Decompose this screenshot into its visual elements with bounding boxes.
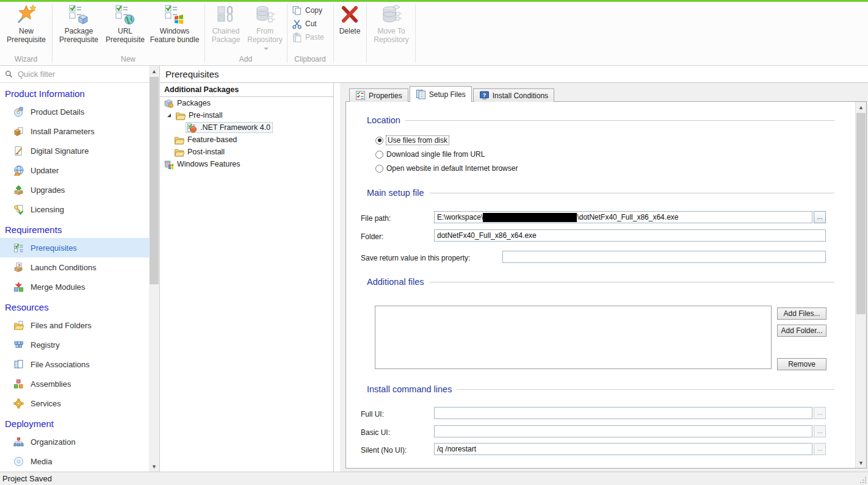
url-prerequisite-icon bbox=[115, 4, 136, 25]
status-bar: Project Saved bbox=[0, 472, 868, 485]
delete-button[interactable]: Delete bbox=[336, 4, 364, 35]
sidebar-item-prerequisites[interactable]: Prerequisites bbox=[0, 238, 149, 257]
sidebar-item-services[interactable]: Services bbox=[0, 393, 149, 413]
from-repository-button[interactable]: From Repository bbox=[245, 4, 285, 52]
scrollbar-thumb[interactable] bbox=[856, 113, 866, 314]
sidebar-item-launch-conditions[interactable]: ? Launch Conditions bbox=[0, 257, 149, 277]
windows-feature-bundle-button[interactable]: Windows Feature bundle bbox=[147, 4, 202, 44]
chained-package-icon bbox=[215, 4, 236, 25]
remove-button[interactable]: Remove bbox=[777, 358, 826, 370]
folder-input[interactable] bbox=[434, 229, 826, 242]
sidebar-item-product-details[interactable]: Product Details bbox=[0, 102, 149, 121]
install-conditions-tab-icon: ? bbox=[479, 90, 490, 101]
packages-icon bbox=[164, 98, 174, 109]
full-ui-input[interactable] bbox=[434, 407, 812, 419]
move-to-repository-button[interactable]: Move To Repository bbox=[369, 4, 414, 44]
tree-expanded-icon[interactable] bbox=[166, 112, 172, 118]
silent-browse-button[interactable]: ... bbox=[814, 443, 826, 455]
tree-item-post-install[interactable]: Post-install bbox=[160, 146, 333, 158]
sidebar-item-install-parameters[interactable]: Install Parameters bbox=[0, 121, 149, 141]
file-path-label: File path: bbox=[361, 214, 391, 223]
sidebar-item-updater[interactable]: Updater bbox=[0, 160, 149, 180]
add-folder-button[interactable]: Add Folder... bbox=[777, 325, 826, 337]
url-prerequisite-button[interactable]: URL Prerequisite bbox=[104, 4, 146, 44]
additional-files-group-title: Additional files bbox=[367, 277, 834, 287]
radio-use-files-from-disk[interactable]: Use files from disk bbox=[375, 136, 449, 145]
new-prerequisite-button[interactable]: New Prerequisite bbox=[2, 4, 50, 44]
tree-item-label: .NET Framework 4.0 bbox=[200, 123, 270, 132]
tab-label: Properties bbox=[369, 92, 402, 100]
digital-signature-icon bbox=[13, 146, 24, 156]
cut-button[interactable]: Cut bbox=[292, 18, 324, 30]
scroll-down-icon[interactable]: ▼ bbox=[856, 458, 866, 468]
quick-filter-input[interactable] bbox=[16, 69, 135, 79]
file-path-input[interactable]: E:\workspace\\dotNetFx40_Full_x86_x64.ex… bbox=[434, 211, 812, 223]
radio-download-single-file[interactable]: Download single file from URL bbox=[375, 150, 485, 159]
basic-ui-browse-button[interactable]: ... bbox=[814, 425, 826, 437]
tree-panel-header: Additional Packages bbox=[160, 83, 333, 97]
basic-ui-input[interactable] bbox=[434, 425, 812, 437]
sidebar-section-deployment: Deployment bbox=[0, 413, 149, 432]
ribbon-group-label-new: New bbox=[52, 55, 204, 63]
panel-scrollbar[interactable]: ▲ ▼ bbox=[855, 102, 866, 468]
sidebar-item-registry[interactable]: Registry bbox=[0, 335, 149, 354]
button-label: From Repository bbox=[245, 27, 285, 52]
tree-item-windows-features[interactable]: Windows Features bbox=[160, 158, 333, 170]
tree-item-packages[interactable]: Packages bbox=[160, 97, 333, 109]
radio-open-website[interactable]: Open website in default Internet browser bbox=[375, 164, 518, 173]
silent-label: Silent (No UI): bbox=[361, 446, 407, 454]
radio-label: Download single file from URL bbox=[386, 150, 485, 159]
chained-package-button[interactable]: Chained Package bbox=[207, 4, 245, 44]
tree-item-net-framework[interactable]: .NET Framework 4.0 bbox=[160, 121, 333, 134]
package-prerequisite-button[interactable]: Package Prerequisite bbox=[54, 4, 103, 44]
sidebar-item-label: Upgrades bbox=[31, 185, 65, 195]
sidebar-item-merge-modules[interactable]: Merge Modules bbox=[0, 277, 149, 296]
additional-files-listbox[interactable] bbox=[375, 306, 772, 369]
save-return-value-label: Save return value in this property: bbox=[361, 254, 470, 262]
add-files-button[interactable]: Add Files... bbox=[777, 307, 826, 320]
sidebar-item-organization[interactable]: Organization bbox=[0, 432, 149, 451]
sidebar-item-file-associations[interactable]: File Associations bbox=[0, 354, 149, 374]
sidebar-item-files-and-folders[interactable]: Files and Folders bbox=[0, 315, 149, 335]
windows-feature-bundle-icon bbox=[164, 4, 185, 25]
radio-label: Open website in default Internet browser bbox=[386, 164, 518, 173]
tab-setup-files[interactable]: Setup Files bbox=[410, 86, 472, 102]
sidebar-item-upgrades[interactable]: Upgrades bbox=[0, 180, 149, 199]
save-return-value-input[interactable] bbox=[502, 251, 826, 263]
folder-icon bbox=[175, 110, 186, 121]
licensing-icon bbox=[13, 204, 24, 215]
sidebar-item-label: Files and Folders bbox=[31, 321, 92, 330]
sidebar-item-licensing[interactable]: Licensing bbox=[0, 199, 149, 219]
detail-tabs: Properties Setup Files ? Install bbox=[349, 87, 555, 102]
scrollbar-thumb[interactable] bbox=[150, 77, 159, 284]
sidebar-item-assemblies[interactable]: Assemblies bbox=[0, 374, 149, 393]
sidebar-item-media[interactable]: Media bbox=[0, 451, 149, 471]
sidebar-item-label: Launch Conditions bbox=[31, 263, 96, 272]
paste-button[interactable]: Paste bbox=[292, 31, 324, 43]
from-repository-icon bbox=[255, 4, 275, 25]
page-title-bar: Prerequisites bbox=[160, 66, 868, 83]
button-label: Delete bbox=[339, 27, 361, 35]
tab-install-conditions[interactable]: ? Install Conditions bbox=[473, 88, 554, 102]
scroll-down-icon[interactable]: ▼ bbox=[149, 461, 159, 472]
full-ui-browse-button[interactable]: ... bbox=[814, 407, 826, 419]
scroll-up-icon[interactable]: ▲ bbox=[856, 102, 866, 112]
resize-grip[interactable] bbox=[859, 476, 867, 484]
file-path-browse-button[interactable]: ... bbox=[814, 211, 826, 223]
setup-files-tab-icon bbox=[416, 89, 426, 99]
scroll-up-icon[interactable]: ▲ bbox=[149, 66, 159, 76]
sidebar-item-digital-signature[interactable]: Digital Signature bbox=[0, 141, 149, 160]
radio-button-icon[interactable] bbox=[375, 165, 383, 173]
copy-button[interactable]: Copy bbox=[292, 4, 324, 16]
tree-item-feature-based[interactable]: Feature-based bbox=[160, 134, 333, 146]
radio-button-icon[interactable] bbox=[375, 137, 383, 145]
tab-properties[interactable]: Properties bbox=[349, 88, 408, 102]
button-label: Move To Repository bbox=[369, 27, 414, 44]
additional-packages-panel: Additional Packages Packages Pre-install bbox=[160, 83, 334, 472]
sidebar-scrollbar[interactable]: ▲ ▼ bbox=[149, 66, 159, 472]
silent-input[interactable] bbox=[434, 443, 812, 455]
button-label: Cut bbox=[305, 20, 317, 28]
tree-item-pre-install[interactable]: Pre-install bbox=[160, 109, 333, 121]
radio-button-icon[interactable] bbox=[375, 151, 383, 159]
ribbon-separator bbox=[204, 4, 205, 63]
